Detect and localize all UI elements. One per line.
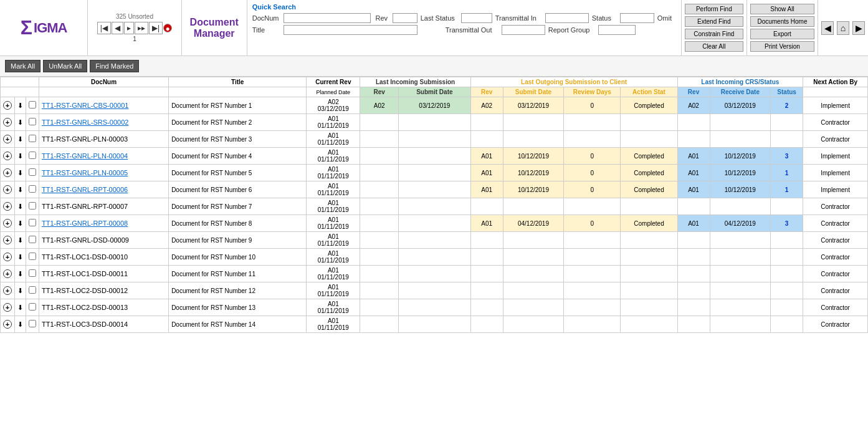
row-add-icon[interactable]: + (1, 249, 15, 266)
row-crs-rev: A02 (677, 97, 710, 114)
row-docnum: TT1-RST-GNRL-RPT-00007 (39, 198, 169, 215)
th-out-review-days: Review Days (564, 87, 621, 97)
docnum-input[interactable] (284, 13, 371, 23)
row-download-icon[interactable]: ⬇ (15, 316, 26, 333)
row-checkbox[interactable] (26, 131, 39, 148)
row-out-rev: A01 (470, 165, 503, 181)
row-download-icon[interactable]: ⬇ (15, 148, 26, 165)
row-checkbox[interactable] (26, 181, 39, 198)
row-download-icon[interactable]: ⬇ (15, 131, 26, 148)
row-download-icon[interactable]: ⬇ (15, 282, 26, 299)
row-in-submit-date (399, 232, 471, 249)
row-docnum[interactable]: TT1-RST-GNRL-RPT-00006 (39, 181, 169, 198)
docnum-link[interactable]: TT1-RST-GNRL-RPT-00008 (42, 219, 128, 227)
row-out-action-stat: Completed (621, 215, 677, 232)
transmittal-out-input[interactable] (502, 25, 545, 35)
row-next-action: Contractor (803, 266, 868, 282)
print-version-button[interactable]: Print Version (750, 41, 814, 52)
row-download-icon[interactable]: ⬇ (15, 266, 26, 282)
row-in-rev (360, 165, 399, 181)
row-checkbox[interactable] (26, 114, 39, 131)
nav-prev-button[interactable]: ◀ (112, 22, 123, 34)
row-checkbox[interactable] (26, 249, 39, 266)
logo-section: Σ IGMA (0, 0, 88, 55)
nav-first-button[interactable]: |◀ (97, 22, 111, 34)
row-download-icon[interactable]: ⬇ (15, 198, 26, 215)
row-download-icon[interactable]: ⬇ (15, 114, 26, 131)
unmark-all-button[interactable]: UnMark All (43, 60, 87, 72)
sigma-text: IGMA (34, 20, 67, 36)
find-marked-button[interactable]: Find Marked (90, 60, 139, 72)
show-all-button[interactable]: Show All (750, 4, 814, 14)
rev-label: Rev (374, 14, 389, 22)
extend-find-button[interactable]: Extend Find (685, 16, 743, 27)
row-checkbox[interactable] (26, 97, 39, 114)
row-checkbox[interactable] (26, 299, 39, 316)
nav-next-small-button[interactable]: ▸▸ (135, 22, 148, 34)
title-input[interactable] (284, 25, 417, 35)
row-docnum[interactable]: TT1-RST-GNRL-PLN-00004 (39, 148, 169, 165)
row-checkbox[interactable] (26, 198, 39, 215)
docnum-link[interactable]: TT1-RST-GNRL-SRS-00002 (42, 118, 128, 126)
report-group-input[interactable] (598, 25, 636, 35)
row-add-icon[interactable]: + (1, 114, 15, 131)
row-add-icon[interactable]: + (1, 97, 15, 114)
row-docnum[interactable]: TT1-RST-GNRL-RPT-00008 (39, 215, 169, 232)
page-home-button[interactable]: ⌂ (837, 21, 849, 35)
row-checkbox[interactable] (26, 282, 39, 299)
row-in-rev: A02 (360, 97, 399, 114)
clear-all-button[interactable]: Clear All (685, 41, 743, 52)
nav-prev-small-button[interactable]: ▸ (124, 22, 134, 34)
row-download-icon[interactable]: ⬇ (15, 165, 26, 181)
perform-find-button[interactable]: Perform Find (685, 4, 743, 14)
row-docnum[interactable]: TT1-RST-GNRL-SRS-00002 (39, 114, 169, 131)
row-checkbox[interactable] (26, 148, 39, 165)
export-button[interactable]: Export (750, 29, 814, 39)
row-next-action: Implement (803, 165, 868, 181)
row-out-review-days (564, 249, 621, 266)
docnum-link[interactable]: TT1-RST-GNRL-CBS-00001 (42, 102, 128, 109)
row-download-icon[interactable]: ⬇ (15, 249, 26, 266)
nav-next-button[interactable]: ▶| (149, 22, 163, 34)
documents-home-button[interactable]: Documents Home (750, 16, 814, 27)
row-add-icon[interactable]: + (1, 232, 15, 249)
row-crs-rev (677, 198, 710, 215)
rev-input[interactable] (393, 13, 417, 23)
row-checkbox[interactable] (26, 316, 39, 333)
mark-all-button[interactable]: Mark All (5, 60, 41, 72)
row-add-icon[interactable]: + (1, 316, 15, 333)
row-add-icon[interactable]: + (1, 198, 15, 215)
constrain-find-button[interactable]: Constrain Find (685, 29, 743, 39)
docnum-link[interactable]: TT1-RST-GNRL-PLN-00005 (42, 169, 128, 176)
docnum-link[interactable]: TT1-RST-GNRL-RPT-00006 (42, 186, 128, 193)
row-download-icon[interactable]: ⬇ (15, 181, 26, 198)
last-status-input[interactable] (461, 13, 492, 23)
row-add-icon[interactable]: + (1, 131, 15, 148)
transmittal-in-input[interactable] (545, 13, 589, 23)
docnum-link[interactable]: TT1-RST-GNRL-PLN-00004 (42, 152, 128, 160)
row-checkbox[interactable] (26, 266, 39, 282)
status-input[interactable] (620, 13, 654, 23)
row-checkbox[interactable] (26, 215, 39, 232)
row-download-icon[interactable]: ⬇ (15, 97, 26, 114)
row-out-review-days (564, 266, 621, 282)
row-add-icon[interactable]: + (1, 266, 15, 282)
row-docnum: TT1-RST-GNRL-DSD-00009 (39, 232, 169, 249)
page-prev-arrow[interactable]: ◀ (821, 21, 834, 35)
row-add-icon[interactable]: + (1, 299, 15, 316)
row-add-icon[interactable]: + (1, 282, 15, 299)
row-add-icon[interactable]: + (1, 181, 15, 198)
page-next-arrow[interactable]: ▶ (852, 21, 865, 35)
row-download-icon[interactable]: ⬇ (15, 232, 26, 249)
row-add-icon[interactable]: + (1, 165, 15, 181)
row-add-icon[interactable]: + (1, 148, 15, 165)
row-checkbox[interactable] (26, 165, 39, 181)
nav-stop-button[interactable]: ● (163, 24, 172, 32)
row-download-icon[interactable]: ⬇ (15, 215, 26, 232)
docnum-text: TT1-RST-LOC1-DSD-00011 (42, 270, 128, 277)
row-checkbox[interactable] (26, 232, 39, 249)
row-docnum[interactable]: TT1-RST-GNRL-CBS-00001 (39, 97, 169, 114)
row-docnum[interactable]: TT1-RST-GNRL-PLN-00005 (39, 165, 169, 181)
row-download-icon[interactable]: ⬇ (15, 299, 26, 316)
row-add-icon[interactable]: + (1, 215, 15, 232)
